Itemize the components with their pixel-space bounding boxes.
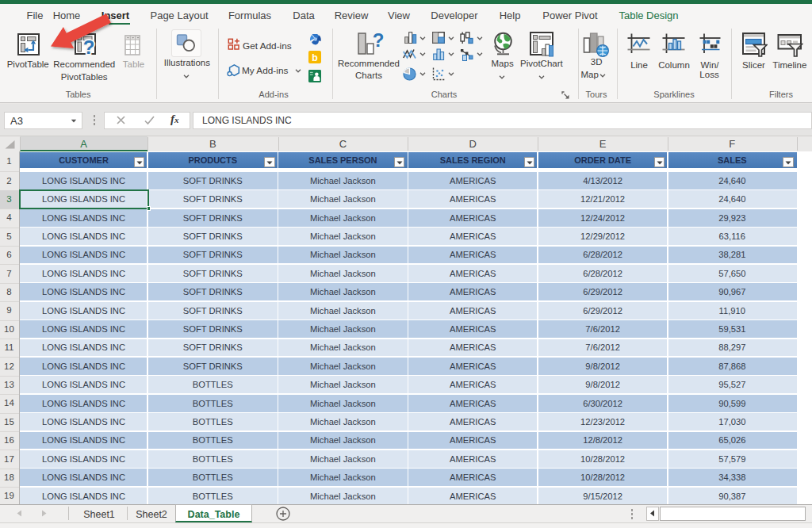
svg-text:?: ?	[373, 30, 385, 51]
